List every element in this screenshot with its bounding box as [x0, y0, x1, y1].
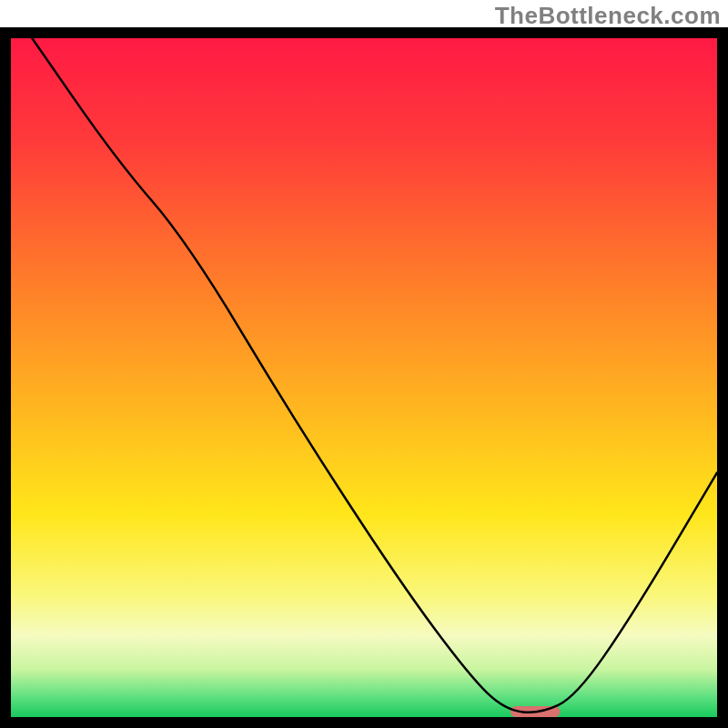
- watermark-text: TheBottleneck.com: [495, 2, 721, 30]
- bottleneck-curve-plot: [0, 27, 728, 728]
- chart-frame: TheBottleneck.com: [0, 0, 728, 728]
